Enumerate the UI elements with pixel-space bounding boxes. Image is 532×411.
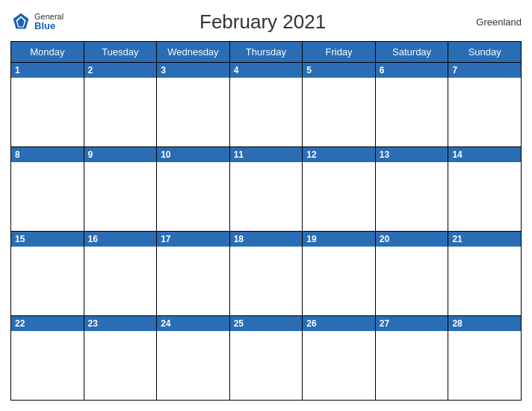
day-number-15: 15 (11, 232, 84, 247)
day-10: 10 (157, 147, 230, 232)
day-content-14 (448, 162, 521, 231)
day-25: 25 (229, 316, 303, 401)
day-8: 8 (11, 147, 84, 232)
day-number-8: 8 (11, 147, 84, 162)
day-content-13 (376, 162, 448, 231)
day-number-24: 24 (157, 316, 229, 331)
day-number-17: 17 (157, 232, 229, 247)
day-content-12 (303, 162, 375, 231)
day-27: 27 (375, 316, 448, 401)
day-number-27: 27 (376, 316, 448, 331)
col-friday: Friday (303, 42, 376, 63)
day-9: 9 (84, 147, 157, 232)
day-number-11: 11 (230, 147, 303, 162)
day-23: 23 (84, 316, 157, 401)
day-26: 26 (303, 316, 376, 401)
col-sunday: Sunday (448, 42, 522, 63)
col-thursday: Thursday (229, 42, 303, 63)
day-content-22 (11, 331, 84, 400)
day-20: 20 (375, 232, 448, 316)
day-number-10: 10 (157, 147, 229, 162)
day-content-10 (157, 162, 229, 231)
day-content-15 (11, 247, 84, 315)
col-wednesday: Wednesday (157, 42, 230, 63)
day-content-23 (84, 331, 157, 400)
day-number-13: 13 (376, 147, 448, 162)
day-7: 7 (448, 63, 522, 147)
day-number-3: 3 (157, 63, 229, 78)
month-title: February 2021 (64, 10, 462, 34)
week-row-2: 8 9 10 11 12 13 14 (11, 147, 522, 232)
day-content-24 (157, 331, 229, 400)
col-monday: Monday (11, 42, 84, 63)
day-content-18 (230, 247, 303, 315)
week-row-4: 22 23 24 25 26 27 28 (11, 316, 522, 401)
day-content-27 (376, 331, 448, 400)
day-2: 2 (84, 63, 157, 147)
day-content-21 (448, 247, 521, 315)
day-content-1 (11, 78, 84, 146)
day-21: 21 (448, 232, 522, 316)
region-label: Greenland (462, 16, 522, 28)
day-number-6: 6 (376, 63, 448, 78)
day-content-25 (230, 331, 303, 400)
day-number-5: 5 (303, 63, 375, 78)
day-number-25: 25 (230, 316, 303, 331)
day-17: 17 (157, 232, 230, 316)
day-number-4: 4 (230, 63, 303, 78)
day-number-14: 14 (448, 147, 521, 162)
day-number-9: 9 (84, 147, 157, 162)
week-row-3: 15 16 17 18 19 20 21 (11, 232, 522, 316)
day-number-20: 20 (376, 232, 448, 247)
logo-icon (10, 12, 31, 33)
day-28: 28 (448, 316, 522, 401)
day-22: 22 (11, 316, 84, 401)
day-content-17 (157, 247, 229, 315)
day-13: 13 (375, 147, 448, 232)
day-content-9 (84, 162, 157, 231)
day-14: 14 (448, 147, 522, 232)
calendar-header: General Blue February 2021 Greenland (10, 7, 522, 37)
day-4: 4 (229, 63, 303, 147)
logo: General Blue (10, 12, 64, 33)
col-saturday: Saturday (375, 42, 448, 63)
day-number-19: 19 (303, 232, 375, 247)
day-15: 15 (11, 232, 84, 316)
day-content-5 (303, 78, 375, 146)
day-number-7: 7 (448, 63, 521, 78)
col-tuesday: Tuesday (84, 42, 157, 63)
calendar-table: Monday Tuesday Wednesday Thursday Friday… (10, 41, 522, 401)
day-content-8 (11, 162, 84, 231)
day-content-6 (376, 78, 448, 146)
logo-blue: Blue (34, 21, 64, 31)
day-11: 11 (229, 147, 303, 232)
day-number-12: 12 (303, 147, 375, 162)
weekday-header-row: Monday Tuesday Wednesday Thursday Friday… (11, 42, 522, 63)
day-content-3 (157, 78, 229, 146)
day-number-28: 28 (448, 316, 521, 331)
day-content-16 (84, 247, 157, 315)
day-number-21: 21 (448, 232, 521, 247)
day-1: 1 (11, 63, 84, 147)
day-16: 16 (84, 232, 157, 316)
day-content-11 (230, 162, 303, 231)
day-19: 19 (303, 232, 376, 316)
day-number-18: 18 (230, 232, 303, 247)
day-number-23: 23 (84, 316, 157, 331)
day-24: 24 (157, 316, 230, 401)
day-content-2 (84, 78, 157, 146)
week-row-1: 1 2 3 4 5 6 7 (11, 63, 522, 147)
day-content-20 (376, 247, 448, 315)
day-content-28 (448, 331, 521, 400)
day-number-26: 26 (303, 316, 375, 331)
day-5: 5 (303, 63, 376, 147)
day-3: 3 (157, 63, 230, 147)
logo-text: General Blue (34, 12, 64, 31)
day-content-4 (230, 78, 303, 146)
day-content-7 (448, 78, 521, 146)
day-number-2: 2 (84, 63, 157, 78)
day-number-16: 16 (84, 232, 157, 247)
day-content-26 (303, 331, 375, 400)
day-6: 6 (375, 63, 448, 147)
day-18: 18 (229, 232, 303, 316)
